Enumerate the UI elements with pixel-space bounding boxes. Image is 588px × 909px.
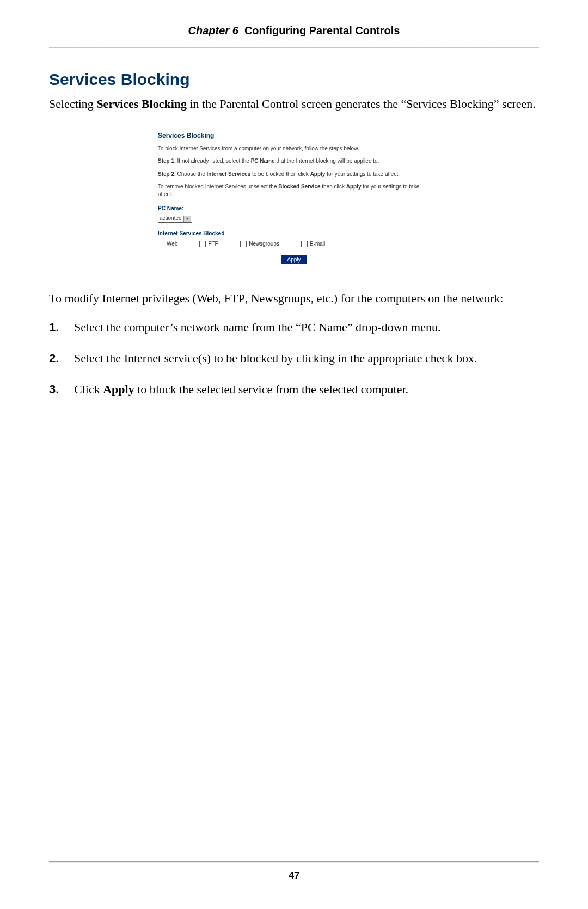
intro-pre: Selecting (49, 97, 96, 111)
panel-step1: Step 1. If not already listed, select th… (158, 157, 430, 165)
step2-mid1: Choose the (176, 171, 207, 177)
service-newsgroups: Newsgroups (240, 241, 279, 247)
service-ftp: FTP (199, 241, 218, 247)
section-heading: Services Blocking (49, 70, 539, 89)
newsgroups-label: Newsgroups (249, 241, 279, 247)
ftp-smallcaps: FTP (224, 291, 245, 305)
pc-name-label: PC Name: (158, 205, 430, 211)
header-divider (49, 47, 539, 48)
step2-label: Step 2. (158, 171, 176, 177)
service-email: E-mail (301, 241, 325, 247)
step-1-text: Select the computer’s network name from … (74, 318, 539, 336)
pc-name-value: actiontec (160, 215, 181, 221)
step2-mid2: to be blocked then click (250, 171, 310, 177)
document-page: Chapter 6 Configuring Parental Controls … (0, 0, 588, 909)
email-checkbox[interactable] (301, 241, 308, 247)
step1-post1: that the Internet blocking will be appli… (275, 158, 379, 164)
figure-wrap: Services Blocking To block Internet Serv… (49, 124, 539, 273)
step-3-number: 3. (49, 380, 74, 398)
step-3-post: to block the selected service from the s… (134, 382, 408, 396)
panel-remove: To remove blocked Internet Services unse… (158, 183, 430, 198)
step1-label: Step 1. (158, 158, 176, 164)
post-figure-paragraph: To modify Internet privileges (Web, FTP,… (49, 290, 539, 307)
remove-bold1: Blocked Service (278, 184, 320, 190)
step-3-pre: Click (74, 382, 103, 396)
intro-paragraph: Selecting Services Blocking in the Paren… (49, 95, 539, 113)
remove-mid: then click (321, 184, 346, 190)
services-blocked-label: Internet Services Blocked (158, 230, 430, 236)
remove-pre: To remove blocked Internet Services unse… (158, 184, 278, 190)
step-1-number: 1. (49, 318, 74, 336)
ftp-label: FTP (208, 241, 218, 247)
remove-bold2: Apply (346, 184, 362, 190)
apply-wrap: Apply (158, 255, 430, 264)
chapter-title: Configuring Parental Controls (244, 25, 400, 36)
step2-post: for your settings to take affect. (325, 171, 400, 177)
chapter-label: Chapter 6 (188, 25, 238, 36)
step2-bold1: Internet Services (207, 171, 251, 177)
step1-bold1: PC Name (251, 158, 275, 164)
step-2: 2. Select the Internet service(s) to be … (49, 349, 539, 367)
chevron-down-icon: ▾ (183, 216, 191, 222)
panel-step2: Step 2. Choose the Internet Services to … (158, 170, 430, 178)
chapter-header: Chapter 6 Configuring Parental Controls (49, 25, 539, 37)
step-1: 1. Select the computer’s network name fr… (49, 318, 539, 336)
step-3: 3. Click Apply to block the selected ser… (49, 380, 539, 398)
web-label: Web (167, 241, 177, 247)
step1-mid1: If not already listed, select the (176, 158, 251, 164)
apply-button[interactable]: Apply (281, 255, 307, 264)
panel-intro: To block Internet Services from a comput… (158, 145, 430, 152)
email-label: E-mail (310, 241, 325, 247)
ftp-checkbox[interactable] (199, 241, 206, 247)
services-blocking-panel: Services Blocking To block Internet Serv… (150, 124, 438, 273)
step-2-number: 2. (49, 349, 74, 367)
step-3-text: Click Apply to block the selected servic… (74, 380, 539, 398)
panel-title: Services Blocking (158, 132, 430, 139)
web-checkbox[interactable] (158, 241, 164, 247)
pc-name-select[interactable]: actiontec▾ (158, 215, 192, 222)
intro-bold: Services Blocking (96, 97, 187, 111)
services-row: Web FTP Newsgroups E-mail (158, 241, 430, 247)
page-footer: 47 (49, 861, 539, 882)
post-figure-pre: To modify Internet privileges (Web, (49, 291, 224, 305)
step2-bold2: Apply (310, 171, 326, 177)
step-3-bold: Apply (103, 382, 134, 396)
footer-divider (49, 861, 539, 863)
post-figure-post: , Newsgroups, etc.) for the computers on… (245, 291, 504, 305)
newsgroups-checkbox[interactable] (240, 241, 247, 247)
service-web: Web (158, 241, 177, 247)
intro-post: in the Parental Control screen generates… (187, 97, 536, 111)
page-number: 47 (49, 870, 539, 882)
numbered-steps: 1. Select the computer’s network name fr… (49, 318, 539, 398)
step-2-text: Select the Internet service(s) to be blo… (74, 349, 539, 367)
